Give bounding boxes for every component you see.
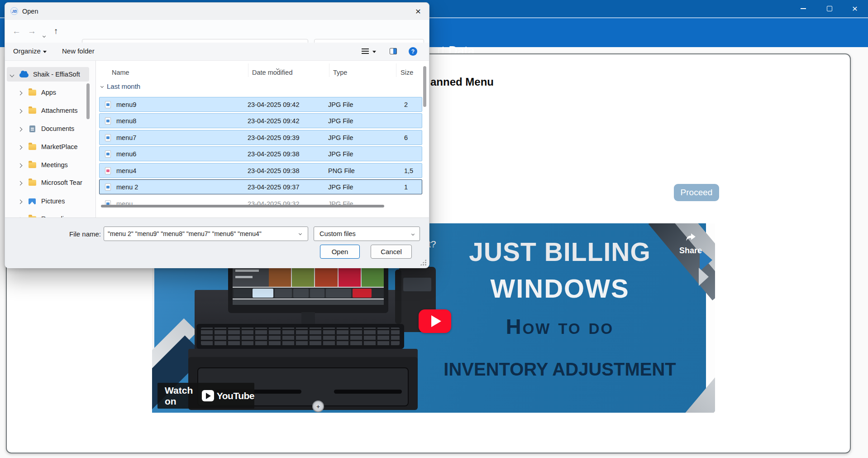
list-view-icon: [362, 48, 369, 54]
pane-splitter[interactable]: [95, 61, 96, 217]
dialog-title-bar[interactable]: JB Open ×: [5, 3, 429, 20]
dialog-toolbar: Organize New folder ?: [5, 43, 429, 61]
close-button[interactable]: ×: [844, 0, 865, 17]
resize-grip[interactable]: [420, 259, 426, 265]
share-button[interactable]: Share: [677, 231, 704, 256]
up-button[interactable]: ↑: [54, 26, 58, 37]
play-button[interactable]: [419, 309, 451, 333]
file-list-horizontal-scrollbar[interactable]: [101, 205, 384, 207]
jpg-file-icon: [105, 134, 111, 141]
dialog-close-button[interactable]: ×: [411, 5, 425, 18]
app-logo-icon: JB: [10, 7, 18, 15]
sidebar-scrollbar[interactable]: [86, 83, 90, 119]
file-row-menu[interactable]: menu 23-04-2025 09:32 JPG File: [99, 196, 422, 211]
jpg-file-icon: [105, 150, 111, 158]
column-header-date[interactable]: Date modified: [252, 69, 292, 76]
watch-on-youtube-button[interactable]: Watch on YouTube: [157, 383, 254, 409]
collapsed-chevron-icon: [18, 109, 23, 114]
thumbnail-subtitle-1: How to do: [440, 314, 680, 339]
thumbnail-subtitle-2: INVENTORY ADJUSTMENT: [440, 359, 680, 380]
back-button[interactable]: ←: [12, 26, 21, 37]
file-row-menu7[interactable]: menu7 23-04-2025 09:39 JPG File 6: [99, 130, 422, 145]
column-header-size[interactable]: Size: [401, 69, 413, 76]
drawer-slot: [334, 390, 402, 394]
minimize-icon: [801, 8, 806, 9]
folder-icon: [29, 144, 36, 150]
play-icon: [431, 315, 441, 327]
column-header-type[interactable]: Type: [333, 69, 347, 76]
maximize-icon: [827, 6, 832, 11]
file-type-select[interactable]: Custom files: [314, 227, 420, 241]
folder-icon: [29, 90, 36, 96]
dialog-footer: File name: Custom files Open Cancel: [5, 217, 429, 268]
file-row-menu-2[interactable]: menu 2 23-04-2025 09:37 JPG File 1: [99, 179, 422, 194]
watch-on-label: Watch on: [165, 385, 196, 407]
pos-status-bar: [233, 299, 384, 305]
folder-icon: [29, 108, 36, 114]
share-label: Share: [677, 246, 704, 256]
pos-button-bar: [233, 288, 384, 299]
sidebar-item-marketplace[interactable]: MarketPlace: [7, 140, 89, 154]
drawer-lock-icon: +: [312, 400, 324, 412]
new-folder-button[interactable]: New folder: [62, 47, 95, 55]
sidebar-item-apps[interactable]: Apps: [7, 85, 89, 100]
file-row-menu6[interactable]: menu6 23-04-2025 09:38 JPG File: [99, 146, 422, 161]
sidebar-item-pictures[interactable]: Pictures: [7, 194, 89, 208]
help-icon: ?: [409, 47, 417, 56]
top-right-chevron-gray: [699, 268, 709, 286]
thumbnail-headline-1: JUST BILLING: [440, 237, 680, 267]
sidebar-item-onedrive[interactable]: Shaik - EffiaSoft: [7, 67, 89, 82]
thumbnail-headline-2: WINDOWS: [440, 273, 680, 304]
history-chevron-icon[interactable]: [43, 29, 45, 40]
folder-tree-sidebar: Shaik - EffiaSoft Apps Attachments Docum…: [5, 61, 95, 217]
collapsed-chevron-icon: [18, 164, 23, 168]
group-collapse-icon: [100, 85, 104, 88]
cancel-button[interactable]: Cancel: [371, 245, 412, 259]
file-row-menu8[interactable]: menu8 23-04-2025 09:42 JPG File: [99, 113, 422, 128]
pictures-icon: [29, 198, 36, 204]
youtube-wordmark: YouTube: [217, 391, 254, 401]
sidebar-item-microsoft-teams[interactable]: Microsoft Tear: [7, 175, 89, 190]
open-button[interactable]: Open: [320, 245, 360, 259]
sidebar-item-meetings[interactable]: Meetings: [7, 158, 89, 172]
collapsed-chevron-icon: [18, 91, 23, 96]
share-arrow-icon: [684, 231, 697, 243]
youtube-logo-icon: [202, 390, 214, 401]
close-icon: ×: [852, 4, 858, 13]
dropdown-caret-icon: [372, 51, 376, 53]
onedrive-cloud-icon: [19, 73, 29, 77]
file-type-dropdown-icon: [411, 232, 415, 236]
maximize-button[interactable]: [819, 0, 840, 17]
sidebar-item-attachments[interactable]: Attachments: [7, 103, 89, 118]
file-list-vertical-scrollbar[interactable]: [423, 66, 426, 107]
file-name-label: File name:: [58, 230, 101, 238]
file-row-menu4[interactable]: menu4 23-04-2025 09:38 PNG File 1,5: [99, 163, 422, 178]
expanded-chevron-icon: [10, 73, 14, 77]
sidebar-item-recordings[interactable]: Recordings: [7, 212, 89, 217]
sidebar-item-documents[interactable]: Documents: [7, 121, 89, 136]
jpg-file-icon: [105, 101, 111, 108]
preview-pane-icon: [390, 48, 397, 54]
file-name-input[interactable]: [104, 227, 308, 241]
jpg-file-icon: [105, 183, 111, 191]
open-file-dialog: JB Open × ← → ↑ ↓ Downloads ↻ Search Dow…: [5, 2, 429, 268]
collapsed-chevron-icon: [18, 181, 23, 186]
organize-menu-button[interactable]: Organize: [13, 47, 47, 55]
file-row-menu9[interactable]: menu9 23-04-2025 09:42 JPG File 2: [99, 97, 422, 112]
proceed-button[interactable]: Proceed: [674, 184, 719, 201]
forward-button[interactable]: →: [28, 26, 36, 37]
dropdown-caret-icon: [43, 51, 47, 53]
section-title-fragment: anned Menu: [430, 76, 494, 88]
collapsed-chevron-icon: [18, 127, 23, 132]
help-button[interactable]: ?: [409, 47, 417, 56]
view-mode-button[interactable]: [362, 47, 377, 55]
file-list: Name Date modified Type Size Last month …: [96, 61, 429, 217]
collapsed-chevron-icon: [18, 145, 23, 150]
folder-icon: [29, 180, 36, 186]
minimize-button[interactable]: [793, 0, 814, 17]
preview-pane-button[interactable]: [390, 48, 397, 54]
folder-icon: [29, 162, 36, 168]
group-header-last-month[interactable]: Last month: [101, 82, 140, 90]
column-header-name[interactable]: Name: [112, 69, 129, 76]
pos-keyboard: [196, 324, 404, 349]
